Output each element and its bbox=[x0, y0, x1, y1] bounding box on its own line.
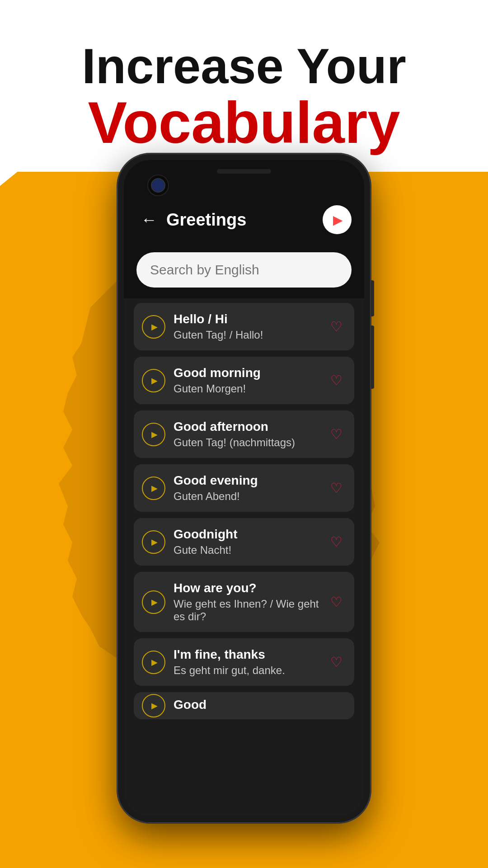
vocab-english: Good morning bbox=[174, 366, 326, 380]
vocab-item[interactable]: Good evening Guten Abend! ♡ bbox=[134, 464, 354, 512]
vocab-item[interactable]: Good afternoon Guten Tag! (nachmittags) … bbox=[134, 410, 354, 458]
vocab-item[interactable]: Goodnight Gute Nacht! ♡ bbox=[134, 518, 354, 566]
favorite-button[interactable]: ♡ bbox=[326, 532, 346, 552]
vocab-german: Guten Morgen! bbox=[174, 382, 326, 395]
play-button[interactable] bbox=[142, 651, 165, 674]
search-container bbox=[124, 243, 364, 298]
vocab-german: Wie geht es Ihnen? / Wie geht es dir? bbox=[174, 598, 326, 623]
vocab-text: Hello / Hi Guten Tag! / Hallo! bbox=[174, 312, 326, 341]
favorite-button[interactable]: ♡ bbox=[326, 317, 346, 337]
vocab-list: Hello / Hi Guten Tag! / Hallo! ♡ Good mo… bbox=[124, 298, 364, 816]
camera-hole bbox=[147, 175, 169, 196]
app-screen: ← Greetings Hello / Hi Guten Tag! / bbox=[124, 160, 364, 816]
vocab-item[interactable]: How are you? Wie geht es Ihnen? / Wie ge… bbox=[134, 572, 354, 632]
vocab-english: How are you? bbox=[174, 581, 326, 595]
vocab-english: I'm fine, thanks bbox=[174, 647, 326, 662]
vocab-english: Good afternoon bbox=[174, 420, 326, 434]
search-input[interactable] bbox=[136, 252, 352, 288]
vocab-text: Good evening Guten Abend! bbox=[174, 473, 326, 503]
app-title: Greetings bbox=[166, 210, 323, 230]
favorite-button[interactable]: ♡ bbox=[326, 652, 346, 672]
favorite-button[interactable]: ♡ bbox=[326, 371, 346, 391]
play-all-button[interactable] bbox=[323, 205, 352, 234]
vocab-german: Guten Tag! / Hallo! bbox=[174, 329, 326, 341]
vocab-german: Es geht mir gut, danke. bbox=[174, 664, 326, 677]
play-button[interactable] bbox=[142, 476, 165, 500]
vocab-item[interactable]: Good morning Guten Morgen! ♡ bbox=[134, 357, 354, 404]
play-button[interactable] bbox=[142, 530, 165, 554]
back-button[interactable]: ← bbox=[136, 206, 162, 234]
vocab-item-partial[interactable]: Good bbox=[134, 692, 354, 719]
favorite-button[interactable]: ♡ bbox=[326, 592, 346, 612]
favorite-button[interactable]: ♡ bbox=[326, 425, 346, 444]
phone-shell: ← Greetings Hello / Hi Guten Tag! / bbox=[117, 154, 371, 823]
headline-line1: Increase Your bbox=[82, 38, 406, 93]
headline-line2: Vocabulary bbox=[88, 93, 400, 152]
play-button[interactable] bbox=[142, 590, 165, 614]
vocab-english: Hello / Hi bbox=[174, 312, 326, 326]
vocab-text: Good afternoon Guten Tag! (nachmittags) bbox=[174, 420, 326, 449]
vocab-item[interactable]: I'm fine, thanks Es geht mir gut, danke.… bbox=[134, 638, 354, 686]
play-button[interactable] bbox=[142, 369, 165, 392]
vocab-german: Guten Tag! (nachmittags) bbox=[174, 436, 326, 449]
play-button[interactable] bbox=[142, 694, 165, 717]
vocab-text: Good bbox=[174, 698, 346, 714]
vocab-english: Good bbox=[174, 698, 346, 712]
vocab-english: Good evening bbox=[174, 473, 326, 488]
play-button[interactable] bbox=[142, 315, 165, 339]
vocab-item[interactable]: Hello / Hi Guten Tag! / Hallo! ♡ bbox=[134, 303, 354, 350]
vocab-english: Goodnight bbox=[174, 527, 326, 542]
favorite-button[interactable]: ♡ bbox=[326, 478, 346, 498]
phone-device: ← Greetings Hello / Hi Guten Tag! / bbox=[117, 154, 371, 823]
vocab-text: Good morning Guten Morgen! bbox=[174, 366, 326, 395]
vocab-german: Gute Nacht! bbox=[174, 544, 326, 557]
vocab-german: Guten Abend! bbox=[174, 490, 326, 503]
vocab-text: I'm fine, thanks Es geht mir gut, danke. bbox=[174, 647, 326, 677]
vocab-text: Goodnight Gute Nacht! bbox=[174, 527, 326, 557]
vocab-text: How are you? Wie geht es Ihnen? / Wie ge… bbox=[174, 581, 326, 623]
speaker-grill bbox=[217, 169, 271, 174]
play-button[interactable] bbox=[142, 423, 165, 446]
phone-inner: ← Greetings Hello / Hi Guten Tag! / bbox=[124, 160, 364, 816]
headline-section: Increase Your Vocabulary bbox=[0, 0, 488, 172]
